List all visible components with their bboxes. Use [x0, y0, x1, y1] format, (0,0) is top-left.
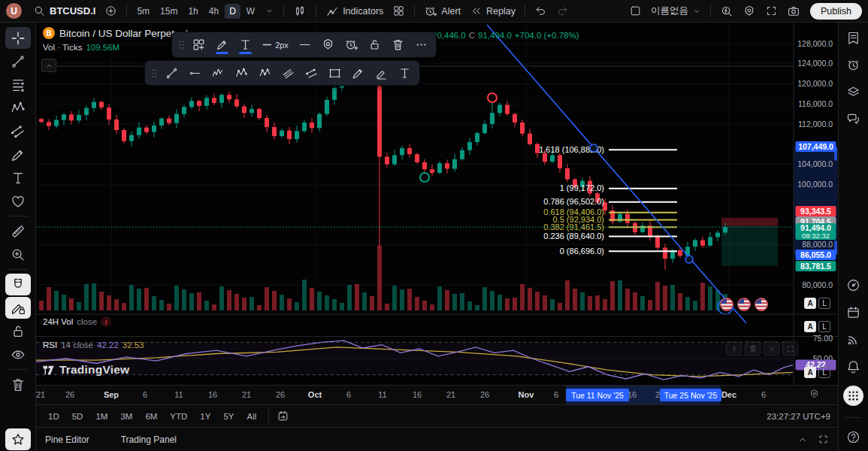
range-YTD[interactable]: YTD [165, 410, 192, 423]
timeframe-4h[interactable]: 4h [204, 4, 223, 19]
time-axis-settings[interactable] [809, 389, 820, 400]
fav-elliott-wave[interactable] [207, 63, 229, 83]
chat-panel[interactable] [845, 111, 861, 127]
symbol-title[interactable]: Bitcoin / US Dollar Perpetual [59, 28, 188, 39]
favorites-drag-handle[interactable] [149, 63, 159, 83]
fib-retracement-tools[interactable] [5, 74, 31, 95]
line-style-select[interactable] [294, 35, 316, 55]
emoji-tools[interactable] [5, 190, 31, 212]
watchlist-panel[interactable] [845, 30, 861, 46]
alerts-panel[interactable] [845, 57, 861, 73]
panel-collapse-button[interactable] [797, 434, 809, 446]
rsi-pane-close-x-button[interactable] [764, 341, 779, 356]
drawing-template[interactable] [188, 35, 210, 55]
range-5Y[interactable]: 5Y [219, 410, 238, 423]
drawing-lock[interactable] [364, 35, 386, 55]
timeframe-menu-button[interactable] [261, 4, 278, 18]
range-1D[interactable]: 1D [44, 410, 64, 423]
symbol-search-button[interactable]: BTCUSD.I [29, 2, 99, 20]
trend-line-tools[interactable] [5, 50, 31, 72]
indicators-button[interactable]: Indicators [322, 2, 387, 20]
alert-button[interactable]: Alert [420, 2, 464, 20]
lock-all-drawings[interactable] [5, 320, 31, 342]
range-5D[interactable]: 5D [68, 410, 88, 423]
range-anchor-label[interactable]: Tue 25 Nov '25 [660, 389, 721, 401]
text-tools[interactable] [5, 167, 31, 189]
drawing-delete[interactable] [387, 35, 409, 55]
rsi-pane-arrow-up-button[interactable] [726, 341, 742, 356]
fullscreen-button[interactable] [761, 2, 782, 20]
timeframe-5m[interactable]: 5m [132, 4, 154, 19]
footer-pine-editor[interactable]: Pine Editor [45, 434, 89, 445]
timeframe-15m[interactable]: 15m [156, 4, 182, 19]
log-scale-button[interactable]: L [818, 367, 830, 378]
screener-panel[interactable] [845, 277, 861, 293]
footer-trading-panel[interactable]: Trading Panel [121, 434, 177, 445]
legend-collapse-button[interactable] [41, 59, 56, 72]
clock-readout[interactable]: 23:27:27 UTC+9 [767, 412, 830, 421]
remove-all-drawings[interactable] [5, 374, 31, 395]
calendar-panel[interactable] [845, 304, 861, 320]
crosshair-tool[interactable] [5, 27, 31, 49]
go-to-date-button[interactable] [273, 407, 293, 425]
timeframe-W[interactable]: W [242, 4, 259, 19]
fav-abcd-pattern[interactable] [254, 63, 276, 83]
log-scale-button[interactable]: L [818, 321, 830, 332]
auto-scale-button[interactable]: A [804, 298, 816, 309]
range-3M[interactable]: 3M [116, 410, 137, 423]
fav-text[interactable] [394, 63, 416, 83]
rsi-pane-legend[interactable]: RSI 14 close 42.22 32.53 [43, 341, 144, 350]
range-1M[interactable]: 1M [91, 410, 112, 423]
publish-button[interactable]: Publish [810, 3, 862, 20]
fav-regression-trend[interactable] [277, 63, 299, 83]
object-tree-panel[interactable] [845, 84, 861, 100]
chart-settings-button[interactable] [739, 2, 760, 20]
auto-scale-button[interactable]: A [804, 367, 816, 378]
range-6M[interactable]: 6M [141, 410, 162, 423]
time-axis[interactable]: 2126Sep611162126Oct611162126Nov6162Dec6T… [36, 385, 838, 404]
stay-in-drawing-mode[interactable] [5, 297, 31, 319]
redo-button[interactable] [552, 2, 573, 20]
hide-all-drawings[interactable] [5, 344, 31, 365]
fav-trend-line[interactable] [161, 63, 183, 83]
layout-name-button[interactable]: 이름없음 [647, 2, 705, 20]
fav-parallel-channel[interactable] [301, 63, 322, 83]
auto-scale-button[interactable]: A [804, 321, 816, 332]
fav-brush[interactable] [347, 63, 369, 83]
drawing-alert[interactable] [340, 35, 362, 55]
timeframe-D[interactable]: D [225, 4, 240, 19]
pattern-tools[interactable] [5, 97, 31, 119]
measure-tool[interactable] [5, 220, 31, 242]
replay-button[interactable]: Replay [466, 2, 519, 20]
rsi-pane-trash-button[interactable] [745, 341, 761, 356]
drawing-settings[interactable] [317, 35, 339, 55]
prediction-tools[interactable] [5, 120, 31, 142]
line-width-select[interactable]: 2px [258, 35, 292, 55]
fav-horizontal-ray[interactable] [184, 63, 206, 83]
text-color[interactable] [234, 35, 256, 55]
quick-search-button[interactable] [716, 2, 737, 20]
timeframe-1h[interactable]: 1h [183, 4, 202, 19]
rsi-pane-fullscreen-button[interactable] [782, 341, 798, 356]
range-1Y[interactable]: 1Y [195, 410, 215, 423]
fav-xabcd-pattern[interactable] [231, 63, 253, 83]
show-favorite-tools[interactable] [5, 428, 31, 450]
notifications-panel[interactable] [845, 359, 861, 374]
panel-maximize-button[interactable] [818, 434, 829, 446]
toolbar-drag-handle[interactable] [176, 35, 186, 55]
magnet-mode[interactable] [5, 274, 31, 295]
drawing-more-options[interactable] [410, 35, 432, 55]
screenshot-button[interactable] [783, 2, 804, 20]
user-avatar[interactable]: U [6, 3, 22, 19]
vol24h-pane-legend[interactable]: 24H Vol close ! [43, 316, 111, 327]
fav-rectangle[interactable] [324, 63, 346, 83]
help-button[interactable] [845, 429, 861, 445]
apps-menu[interactable] [843, 386, 863, 406]
drawing-color[interactable] [211, 35, 233, 55]
indicator-templates-button[interactable] [389, 2, 409, 20]
zoom-in-tool[interactable] [5, 244, 31, 265]
log-scale-button[interactable]: L [818, 298, 830, 309]
range-anchor-label[interactable]: Tue 11 Nov '25 [566, 389, 629, 401]
chart-style-button[interactable] [289, 2, 310, 20]
undo-button[interactable] [531, 2, 551, 20]
